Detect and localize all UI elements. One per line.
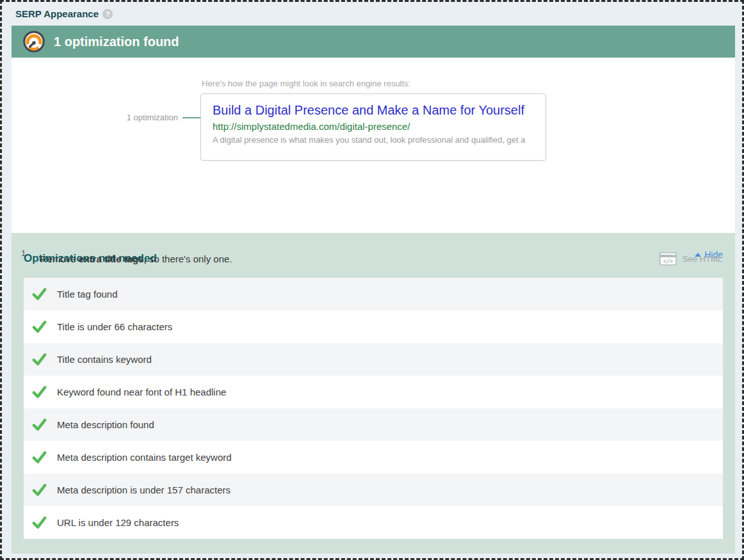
checkmark-icon <box>32 385 47 399</box>
help-icon[interactable]: ? <box>102 9 113 19</box>
list-item-label: Meta description is under 157 characters <box>57 484 230 495</box>
list-item: Keyword found near font of H1 headline <box>24 376 723 408</box>
gauge-icon <box>22 30 45 53</box>
list-item: Title is under 66 characters <box>24 310 723 343</box>
serp-card: 1 optimization found Here's how the page… <box>12 26 735 554</box>
serp-result-title: Build a Digital Presence and Make a Name… <box>213 103 534 118</box>
checkmark-icon <box>32 515 47 530</box>
list-item: Meta description is under 157 characters <box>24 474 723 506</box>
checkmark-icon <box>32 319 47 334</box>
checkmark-icon <box>32 450 47 465</box>
recommendation-row: 1. Remove extra title tags, so there's o… <box>21 248 722 266</box>
serp-preview-hint: Here's how the page might look in search… <box>202 79 410 88</box>
list-item-label: Meta description found <box>57 419 154 430</box>
checkmark-icon <box>32 483 47 497</box>
list-item: Meta description found <box>24 408 723 441</box>
serp-preview-box: Build a Digital Presence and Make a Name… <box>200 93 546 161</box>
checkmark-icon <box>32 417 47 432</box>
optimizations-checklist: Title tag found Title is under 66 charac… <box>24 278 723 539</box>
list-item: Title tag found <box>24 278 723 310</box>
checkmark-icon <box>32 287 47 301</box>
recommendation-number: 1. <box>21 248 28 258</box>
serp-result-description: A digital presence is what makes you sta… <box>213 135 534 145</box>
list-item-label: Title contains keyword <box>57 354 152 365</box>
page-title: SERP Appearance <box>15 8 99 19</box>
list-item-label: Title is under 66 characters <box>57 321 172 332</box>
list-item-label: Keyword found near font of H1 headline <box>57 387 226 397</box>
optimization-callout: 1 optimization <box>88 113 210 122</box>
section-header: SERP Appearance ? <box>2 2 742 26</box>
checkmark-icon <box>32 352 47 367</box>
list-item-label: Meta description contains target keyword <box>57 452 232 463</box>
list-item: Title contains keyword <box>24 343 723 376</box>
optimization-count-banner: 1 optimization found <box>12 26 735 58</box>
list-item: URL is under 129 characters <box>24 506 723 539</box>
serp-preview-area: Here's how the page might look in search… <box>12 58 735 233</box>
recommendation-text: Remove extra title tags, so there's only… <box>40 253 232 264</box>
list-item: Meta description contains target keyword <box>24 441 723 474</box>
serp-appearance-section: SERP Appearance ? 1 optimization found H… <box>0 0 744 560</box>
see-html-button[interactable]: </> See HTML <box>659 252 722 266</box>
code-window-icon: </> <box>659 252 677 266</box>
optimization-count-label: 1 optimization found <box>54 35 179 49</box>
list-item-label: URL is under 129 characters <box>57 517 179 528</box>
list-item-label: Title tag found <box>57 289 118 300</box>
optimizations-not-needed-panel: Optimizations not needed Hide Title tag … <box>12 233 735 554</box>
see-html-label: See HTML <box>683 254 722 264</box>
serp-result-url: http://simplystatedmedia.com/digital-pre… <box>213 121 534 132</box>
svg-text:</>: </> <box>663 258 673 264</box>
callout-label: 1 optimization <box>127 113 178 122</box>
